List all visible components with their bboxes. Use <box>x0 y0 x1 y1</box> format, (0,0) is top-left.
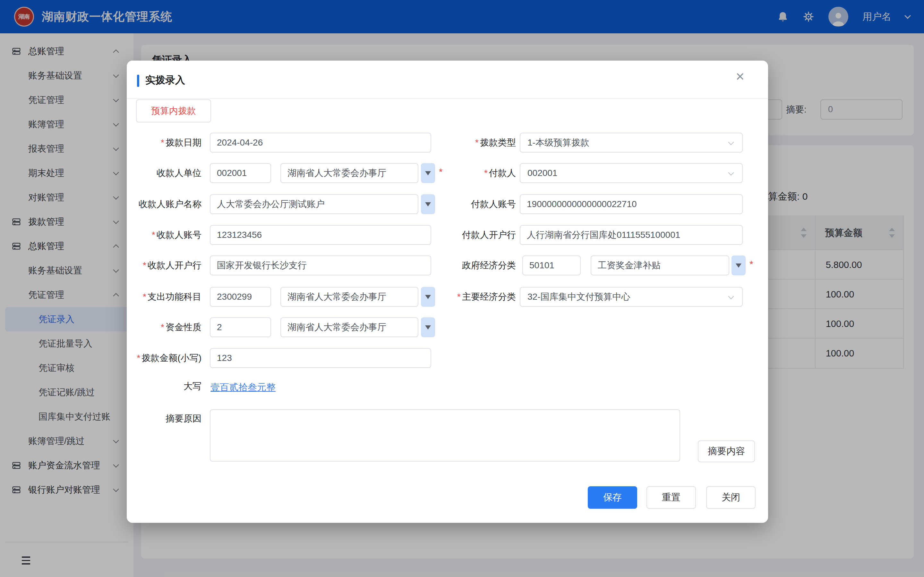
payee-bank-input[interactable] <box>210 255 431 276</box>
required-asterisk: * <box>750 254 753 274</box>
allocation-type-select[interactable]: 1-本级预算拨款 <box>520 133 743 153</box>
payer-label: *付款人 <box>434 163 516 183</box>
close-button[interactable]: 关闭 <box>706 486 756 509</box>
allocation-date-label: *拨款日期 <box>127 133 202 153</box>
gov-econ-class-name-input[interactable] <box>591 255 729 276</box>
amount-upper-label: 大写 <box>127 376 202 396</box>
fund-nature-lookup-button[interactable] <box>421 318 435 337</box>
header-divider <box>127 98 768 99</box>
payee-unit-code-input[interactable] <box>210 163 271 183</box>
fund-nature-name-input[interactable] <box>280 318 418 337</box>
screen: 湖南 湖南财政一体化管理系统 用户名 <box>0 0 924 577</box>
gov-econ-class-code-input[interactable] <box>522 255 581 276</box>
dropdown-triangle-icon <box>425 171 431 175</box>
chevron-down-icon <box>728 293 734 299</box>
fund-nature-label: *资金性质 <box>127 318 202 337</box>
expend-function-code-input[interactable] <box>210 287 271 307</box>
payee-account-lookup-button[interactable] <box>421 194 435 214</box>
payer-bank-input[interactable] <box>520 225 743 245</box>
allocation-type-label: *拨款类型 <box>434 133 516 153</box>
save-button[interactable]: 保存 <box>588 486 637 509</box>
amount-uppercase-text[interactable]: 壹百贰拾叁元整 <box>210 381 276 394</box>
actual-allocation-entry-dialog: 实拨录入 × 预算内拨款 *拨款日期 *拨款类型 1-本级预算拨款 收款人单位 … <box>127 61 768 523</box>
title-accent-bar <box>137 75 139 87</box>
gov-econ-class-label: 政府经济分类 <box>434 255 516 276</box>
payer-select[interactable]: 002001 <box>520 163 743 183</box>
main-econ-class-select[interactable]: 32-国库集中文付预算中心 <box>520 287 743 307</box>
payer-account-no-label: 付款人账号 <box>434 194 516 214</box>
payee-account-name-input[interactable] <box>210 194 418 214</box>
main-econ-class-label: *主要经济分类 <box>434 287 516 307</box>
dropdown-triangle-icon <box>736 263 741 268</box>
fund-nature-code-input[interactable] <box>210 318 271 337</box>
payee-unit-name-input[interactable] <box>280 163 418 183</box>
expend-function-label: *支出功能科目 <box>127 287 202 307</box>
payer-bank-label: 付款人开户行 <box>434 225 516 245</box>
summary-reason-textarea[interactable] <box>210 409 680 462</box>
amount-lower-label: *拨款金额(小写) <box>127 348 202 368</box>
payee-unit-lookup-button[interactable] <box>421 163 435 183</box>
payer-account-no-input[interactable] <box>520 194 743 214</box>
payee-bank-label: *收款人开户行 <box>127 255 202 276</box>
close-icon[interactable]: × <box>736 69 744 84</box>
payee-unit-label: 收款人单位 <box>127 163 202 183</box>
summary-content-button[interactable]: 摘要内容 <box>698 440 755 462</box>
summary-reason-label: 摘要原因 <box>127 408 202 430</box>
expend-function-name-input[interactable] <box>280 287 418 307</box>
chevron-down-icon <box>728 139 734 145</box>
dropdown-triangle-icon <box>425 295 431 299</box>
amount-lower-input[interactable] <box>210 348 431 368</box>
chevron-down-icon <box>728 169 734 175</box>
dropdown-triangle-icon <box>425 326 431 330</box>
dropdown-triangle-icon <box>425 202 431 206</box>
payee-account-no-label: *收款人账号 <box>127 225 202 245</box>
reset-button[interactable]: 重置 <box>646 486 696 509</box>
allocation-date-input[interactable] <box>210 133 431 153</box>
payee-account-no-input[interactable] <box>210 225 431 245</box>
expend-function-lookup-button[interactable] <box>421 287 435 307</box>
gov-econ-class-lookup-button[interactable] <box>732 255 746 276</box>
tab-budget-allocation[interactable]: 预算内拨款 <box>136 99 211 122</box>
dialog-title: 实拨录入 <box>145 73 185 87</box>
payee-account-name-label: 收款人账户名称 <box>127 194 202 214</box>
